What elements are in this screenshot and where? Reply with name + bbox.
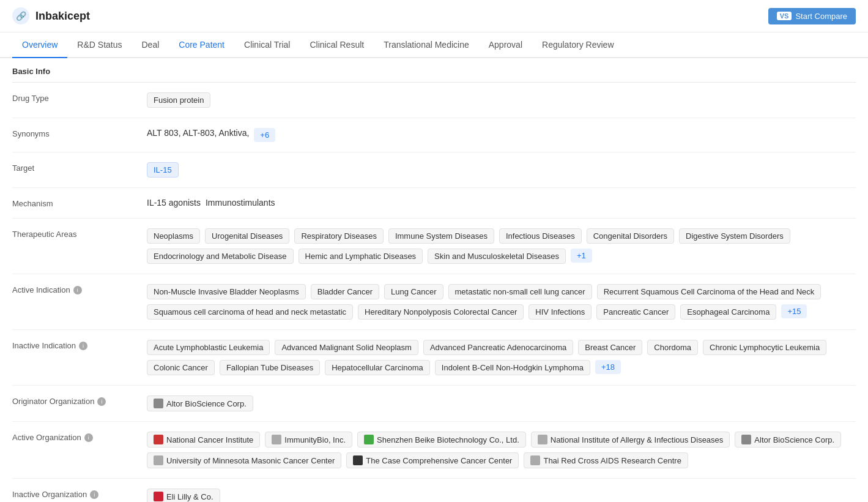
synonyms-text: ALT 803, ALT-803, Anktiva,	[147, 128, 249, 138]
mechanism-item: IL-15 agonists	[147, 198, 201, 208]
tag-item: Immune System Diseases	[388, 228, 494, 244]
label-inactive-org: Inactive Organization i	[12, 489, 135, 499]
org-tag[interactable]: National Institute of Allergy & Infectio…	[531, 432, 730, 448]
tag-item: Non-Muscle Invasive Bladder Neoplasms	[147, 284, 306, 299]
org-tag[interactable]: Thai Red Cross AIDS Research Centre	[524, 452, 688, 468]
tag-item: Chordoma	[647, 340, 698, 355]
nav-tab-regulatory-review[interactable]: Regulatory Review	[532, 32, 624, 58]
active-indication-info-icon[interactable]: i	[73, 286, 82, 294]
nav-tabs: OverviewR&D StatusDealCore PatentClinica…	[0, 32, 868, 58]
nav-tab-rd-status[interactable]: R&D Status	[67, 32, 132, 58]
vs-badge: VS	[777, 12, 792, 20]
therapeutic-areas-content: NeoplasmsUrogenital DiseasesRespiratory …	[147, 228, 856, 264]
nav-tab-translational-medicine[interactable]: Translational Medicine	[374, 32, 479, 58]
label-active-org: Active Organization i	[12, 432, 135, 442]
more-tag[interactable]: +1	[571, 249, 592, 263]
header-left: 🔗 Inbakicept	[12, 7, 90, 24]
target-content: IL-15	[147, 162, 856, 178]
row-mechanism: Mechanism IL-15 agonists Immunostimulant…	[12, 188, 856, 219]
tag-item: Advanced Pancreatic Adenocarcinoma	[423, 340, 573, 355]
more-tag[interactable]: +18	[595, 360, 621, 374]
org-icon	[538, 435, 547, 444]
synonyms-content: ALT 803, ALT-803, Anktiva, +6	[147, 128, 856, 142]
compare-label: Start Compare	[795, 12, 847, 21]
org-tag[interactable]: University of Minnesota Masonic Cancer C…	[147, 452, 341, 468]
originator-org-content: Altor BioScience Corp.	[147, 395, 856, 411]
nav-tab-deal[interactable]: Deal	[132, 32, 169, 58]
org-name: Thai Red Cross AIDS Research Centre	[543, 456, 681, 465]
org-name: National Institute of Allergy & Infectio…	[551, 435, 724, 444]
app-title: Inbakicept	[35, 10, 90, 23]
synonyms-more[interactable]: +6	[254, 128, 275, 142]
inactive-indication-content: Acute Lymphoblastic LeukemiaAdvanced Mal…	[147, 340, 856, 375]
active-indication-content: Non-Muscle Invasive Bladder NeoplasmsBla…	[147, 284, 856, 320]
org-tag[interactable]: Shenzhen Beike Biotechnology Co., Ltd.	[357, 432, 526, 448]
more-tag[interactable]: +15	[781, 304, 807, 318]
nav-tab-clinical-result[interactable]: Clinical Result	[300, 32, 374, 58]
org-name: Shenzhen Beike Biotechnology Co., Ltd.	[377, 435, 519, 444]
org-name: The Case Comprehensive Cancer Center	[366, 456, 512, 465]
label-inactive-indication: Inactive Indication i	[12, 340, 135, 350]
row-inactive-org: Inactive Organization i Eli Lilly & Co.	[12, 479, 856, 502]
org-tag[interactable]: Altor BioScience Corp.	[147, 395, 253, 411]
row-drug-type: Drug Type Fusion protein	[12, 83, 856, 118]
row-therapeutic-areas: Therapeutic Areas NeoplasmsUrogenital Di…	[12, 219, 856, 274]
mechanism-content: IL-15 agonists Immunostimulants	[147, 198, 856, 208]
org-icon	[364, 435, 374, 444]
tag-item: Squamous cell carcinoma of head and neck…	[147, 304, 353, 320]
tag-item: Respiratory Diseases	[294, 228, 384, 244]
nav-tab-core-patent[interactable]: Core Patent	[169, 32, 234, 58]
tag-item: Congenital Disorders	[587, 228, 674, 244]
tag-item: Hepatocellular Carcinoma	[325, 360, 430, 375]
active-org-content: National Cancer InstituteImmunityBio, In…	[147, 432, 856, 468]
tag-item: Esophageal Carcinoma	[680, 304, 776, 320]
target-tag: IL-15	[147, 162, 179, 178]
originator-org-info-icon[interactable]: i	[97, 397, 106, 406]
drug-type-tag: Fusion protein	[147, 92, 210, 108]
tag-item: Indolent B-Cell Non-Hodgkin Lymphoma	[435, 360, 590, 375]
nav-tab-clinical-trial[interactable]: Clinical Trial	[234, 32, 300, 58]
tag-item: Digestive System Disorders	[679, 228, 790, 244]
inactive-indication-info-icon[interactable]: i	[79, 342, 87, 350]
row-target: Target IL-15	[12, 152, 856, 188]
row-synonyms: Synonyms ALT 803, ALT-803, Anktiva, +6	[12, 118, 856, 152]
label-active-indication: Active Indication i	[12, 284, 135, 294]
org-icon	[741, 435, 751, 444]
label-mechanism: Mechanism	[12, 198, 135, 208]
tag-item: Chronic Lymphocytic Leukemia	[703, 340, 826, 355]
label-therapeutic-areas: Therapeutic Areas	[12, 228, 135, 239]
org-icon	[154, 399, 163, 408]
org-tag[interactable]: The Case Comprehensive Cancer Center	[346, 452, 519, 468]
active-org-info-icon[interactable]: i	[84, 433, 93, 442]
org-tag[interactable]: Altor BioScience Corp.	[735, 432, 841, 448]
org-tag[interactable]: Eli Lilly & Co.	[147, 489, 220, 502]
org-tag[interactable]: ImmunityBio, Inc.	[265, 432, 352, 448]
tag-item: Advanced Malignant Solid Neoplasm	[275, 340, 418, 355]
label-originator-org: Originator Organization i	[12, 395, 135, 406]
tag-item: Pancreatic Cancer	[596, 304, 675, 320]
tag-item: Acute Lymphoblastic Leukemia	[147, 340, 270, 355]
inactive-org-info-icon[interactable]: i	[90, 490, 98, 499]
row-active-indication: Active Indication i Non-Muscle Invasive …	[12, 274, 856, 330]
org-name: University of Minnesota Masonic Cancer C…	[166, 456, 335, 465]
tag-item: Breast Cancer	[578, 340, 642, 355]
nav-tab-overview[interactable]: Overview	[12, 32, 67, 58]
tag-item: HIV Infections	[529, 304, 592, 320]
org-tag[interactable]: National Cancer Institute	[147, 432, 260, 448]
label-drug-type: Drug Type	[12, 92, 135, 103]
org-icon	[154, 455, 163, 465]
row-active-org: Active Organization i National Cancer In…	[12, 422, 856, 479]
tag-item: Recurrent Squamous Cell Carcinoma of the…	[597, 284, 822, 299]
tag-item: Neoplasms	[147, 228, 200, 244]
main-content: Basic Info Drug Type Fusion protein Syno…	[0, 58, 868, 502]
row-originator-org: Originator Organization i Altor BioScien…	[12, 386, 856, 422]
drug-type-content: Fusion protein	[147, 92, 856, 108]
tag-item: Colonic Cancer	[147, 360, 215, 375]
org-icon	[272, 435, 281, 444]
nav-tab-approval[interactable]: Approval	[479, 32, 532, 58]
tag-item: Hemic and Lymphatic Diseases	[299, 249, 423, 264]
start-compare-button[interactable]: VS Start Compare	[768, 8, 856, 24]
org-icon	[530, 455, 540, 465]
org-icon	[353, 455, 363, 465]
org-icon	[154, 435, 163, 444]
